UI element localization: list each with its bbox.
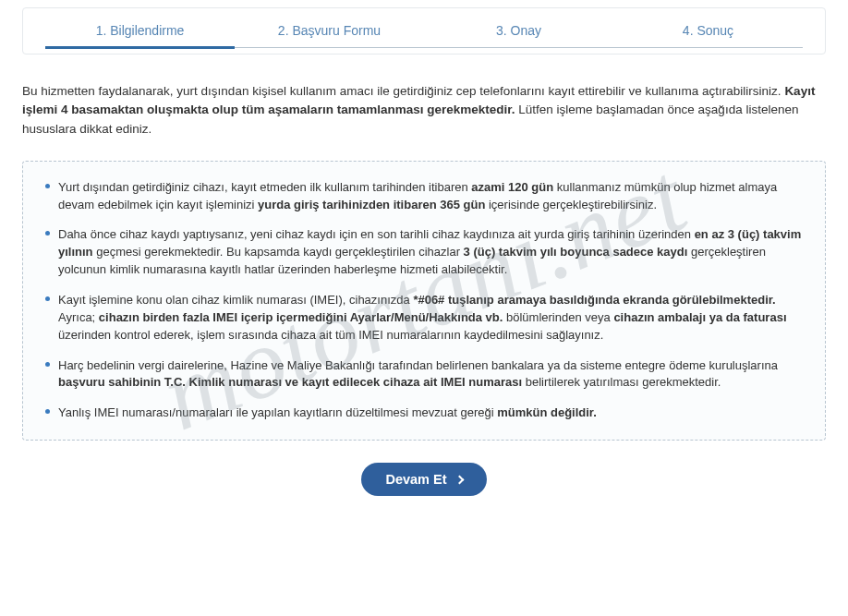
active-step-underline <box>45 46 235 49</box>
button-row: Devam Et <box>0 463 848 496</box>
step-3[interactable]: 3. Onay <box>424 23 613 47</box>
list-item: Harç bedelinin vergi dairelerine, Hazine… <box>45 351 803 399</box>
steps-divider <box>45 47 803 48</box>
list-item: Daha önce cihaz kaydı yaptıysanız, yeni … <box>45 220 803 285</box>
list-item: Yurt dışından getirdiğiniz cihazı, kayıt… <box>45 173 803 221</box>
steps-nav: 1. Bilgilendirme 2. Başvuru Formu 3. Ona… <box>23 8 825 47</box>
continue-button[interactable]: Devam Et <box>361 463 486 496</box>
continue-button-label: Devam Et <box>385 472 446 487</box>
list-item: Kayıt işlemine konu olan cihaz kimlik nu… <box>45 285 803 351</box>
wizard-card: 1. Bilgilendirme 2. Başvuru Formu 3. Ona… <box>22 7 826 54</box>
list-item: Yanlış IMEI numarası/numaraları ile yapı… <box>45 398 803 429</box>
info-bullets: Yurt dışından getirdiğiniz cihazı, kayıt… <box>45 173 803 429</box>
chevron-right-icon <box>454 475 464 484</box>
step-1[interactable]: 1. Bilgilendirme <box>45 23 235 47</box>
info-box: Yurt dışından getirdiğiniz cihazı, kayıt… <box>22 161 826 441</box>
intro-text: Bu hizmetten faydalanarak, yurt dışından… <box>0 82 848 139</box>
step-4[interactable]: 4. Sonuç <box>613 23 803 47</box>
step-2[interactable]: 2. Başvuru Formu <box>235 23 424 47</box>
